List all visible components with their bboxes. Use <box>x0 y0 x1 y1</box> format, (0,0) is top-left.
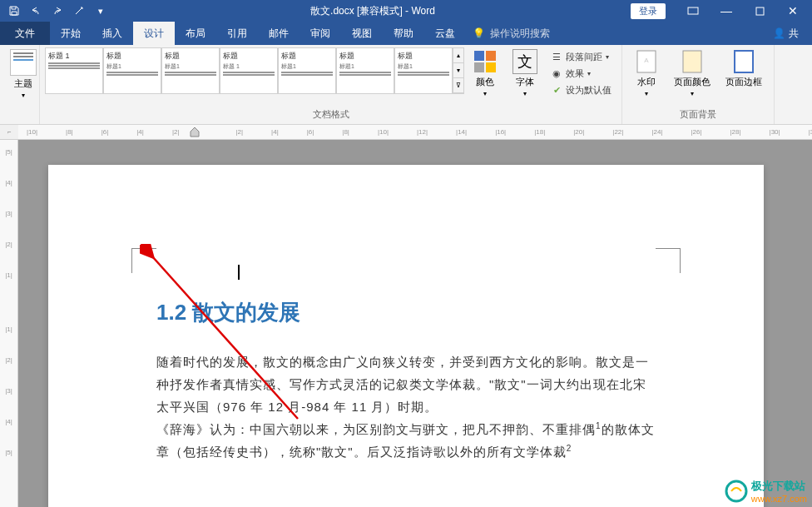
maximize-icon[interactable] <box>744 2 775 20</box>
set-default-button[interactable]: ✔设为默认值 <box>547 82 615 98</box>
colors-icon <box>473 49 498 74</box>
chevron-down-icon: ▾ <box>523 90 527 97</box>
format-style-1[interactable]: 标题标题1 <box>103 47 161 94</box>
svg-rect-0 <box>688 7 698 14</box>
watermark-logo-icon <box>725 480 748 503</box>
qa-dropdown-icon[interactable]: ▾ <box>92 2 110 20</box>
format-style-6[interactable]: 标题标题1 <box>394 47 453 94</box>
page-borders-button[interactable]: 页面边框 <box>719 47 769 90</box>
margin-marker-tl <box>131 248 156 273</box>
themes-icon <box>10 49 37 76</box>
tab-references[interactable]: 引用 <box>216 22 258 45</box>
spacing-icon: ☰ <box>551 52 562 63</box>
svg-rect-1 <box>756 7 764 15</box>
tab-layout[interactable]: 布局 <box>175 22 216 45</box>
minimize-icon[interactable]: — <box>710 2 742 20</box>
check-icon: ✔ <box>551 85 562 97</box>
chevron-down-icon: ▾ <box>483 90 487 97</box>
lightbulb-icon: 💡 <box>473 27 485 39</box>
svg-rect-9 <box>735 51 753 72</box>
fonts-button[interactable]: 文 字体 ▾ <box>506 47 544 99</box>
doc-format-group-label: 文档格式 <box>45 107 616 122</box>
tab-home[interactable]: 开始 <box>50 22 92 45</box>
margin-marker-tr <box>656 248 681 273</box>
svg-point-11 <box>726 481 746 501</box>
indent-marker[interactable] <box>190 125 200 138</box>
format-style-0[interactable]: 标题 1 <box>45 47 103 94</box>
gallery-scroll-down[interactable]: ▾ <box>453 63 463 78</box>
site-watermark: 极光下载站 www.xz7.com <box>725 479 807 504</box>
tab-design[interactable]: 设计 <box>133 22 175 45</box>
format-style-4[interactable]: 标题标题1 <box>278 47 336 94</box>
tab-cloud[interactable]: 云盘 <box>424 22 466 45</box>
page-borders-icon <box>731 49 756 74</box>
svg-rect-2 <box>474 51 484 61</box>
tab-insert[interactable]: 插入 <box>92 22 133 45</box>
gallery-expand[interactable]: ⊽ <box>453 78 463 93</box>
gallery-scroll-up[interactable]: ▴ <box>453 48 463 63</box>
svg-rect-3 <box>486 51 496 61</box>
tab-file[interactable]: 文件 <box>0 22 50 45</box>
window-title: 散文.docx [兼容模式] - Word <box>115 4 631 18</box>
document-paragraph-1[interactable]: 随着时代的发展，散文的概念由广义向狭义转变，并受到西方文化的影响。散文是一种抒发… <box>156 350 656 418</box>
tab-help[interactable]: 帮助 <box>383 22 424 45</box>
text-cursor <box>238 265 240 280</box>
chevron-down-icon: ▾ <box>22 92 25 99</box>
tab-selector[interactable]: ⌐ <box>0 125 18 139</box>
tell-me-search[interactable]: 💡 操作说明搜索 <box>466 22 550 45</box>
page-color-button[interactable]: 页面颜色 ▾ <box>667 47 717 99</box>
watermark-icon: A <box>634 49 659 74</box>
document-page[interactable]: 1.2 散文的发展 随着时代的发展，散文的概念由广义向狭义转变，并受到西方文化的… <box>48 165 764 507</box>
redo-icon[interactable] <box>48 2 67 20</box>
chevron-down-icon: ▾ <box>691 90 694 97</box>
chevron-down-icon: ▾ <box>645 90 648 97</box>
touch-mode-icon[interactable] <box>70 2 88 20</box>
svg-rect-4 <box>474 62 484 72</box>
effects-button[interactable]: ◉效果▾ <box>547 66 615 82</box>
svg-rect-8 <box>683 51 701 72</box>
tab-review[interactable]: 审阅 <box>300 22 341 45</box>
document-formatting-gallery[interactable]: 标题 1 标题标题1 标题标题1 标题标题 1 标题标题1 标题标題1 标题标题… <box>45 47 464 94</box>
share-button[interactable]: 👤 共 <box>760 22 812 45</box>
svg-rect-5 <box>486 62 496 72</box>
colors-button[interactable]: 颜色 ▾ <box>466 47 504 99</box>
effects-icon: ◉ <box>551 68 562 80</box>
ribbon-display-icon[interactable] <box>677 2 709 20</box>
document-area[interactable]: 1.2 散文的发展 随着时代的发展，散文的概念由广义向狭义转变，并受到西方文化的… <box>18 140 812 507</box>
save-icon[interactable] <box>5 2 23 20</box>
svg-text:A: A <box>644 57 649 64</box>
fonts-icon: 文 <box>512 49 537 74</box>
watermark-button[interactable]: A 水印 ▾ <box>627 47 666 99</box>
format-style-5[interactable]: 标题标題1 <box>336 47 394 94</box>
page-color-icon <box>680 49 705 74</box>
share-icon: 👤 <box>773 27 785 39</box>
page-bg-group-label: 页面背景 <box>627 107 769 122</box>
tab-mailings[interactable]: 邮件 <box>258 22 300 45</box>
undo-icon[interactable] <box>27 2 45 20</box>
format-style-2[interactable]: 标题标题1 <box>161 47 220 94</box>
themes-button[interactable]: 主题 ▾ <box>5 47 42 101</box>
document-heading[interactable]: 1.2 散文的发展 <box>156 298 656 327</box>
paragraph-spacing-button[interactable]: ☰段落间距▾ <box>547 49 615 65</box>
format-style-3[interactable]: 标题标题 1 <box>220 47 278 94</box>
vertical-ruler[interactable]: |5||4||3||2||1||1||2||3||4||5| <box>0 140 18 507</box>
horizontal-ruler[interactable]: ⌐ |10||8||6||4||2||2||4||6||8||10||12||1… <box>0 125 812 140</box>
document-paragraph-2[interactable]: 《辞海》认为：中国六朝以来，为区别韵文与骈文，把凡不押韵、不重排偶1的散体文章（… <box>156 418 656 463</box>
login-button[interactable]: 登录 <box>631 3 666 19</box>
close-icon[interactable]: ✕ <box>777 2 809 20</box>
tab-view[interactable]: 视图 <box>341 22 383 45</box>
